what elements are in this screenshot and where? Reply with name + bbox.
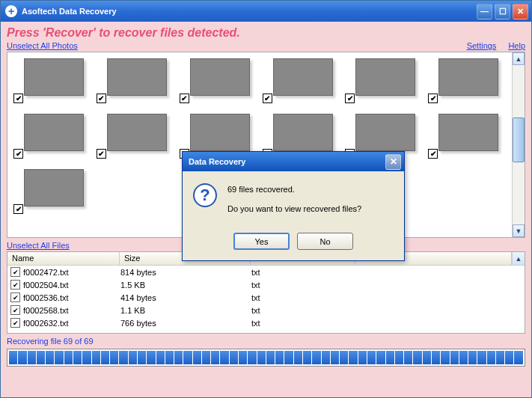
photo-checkbox[interactable] [97,149,106,159]
file-name: f0002536.txt [23,293,120,302]
scroll-thumb[interactable] [513,117,525,162]
photo-item[interactable] [97,58,171,103]
file-size: 814 bytes [120,268,251,277]
file-checkbox[interactable] [10,280,20,290]
scroll-track[interactable] [513,65,525,224]
photo-thumbnail [355,58,415,96]
settings-link[interactable]: Settings [467,41,497,50]
file-row[interactable]: f0002536.txt414 bytestxt [7,291,525,304]
file-size: 414 bytes [120,293,251,302]
photo-item[interactable] [13,58,88,103]
file-size: 766 bytes [120,319,251,328]
file-name: f0002504.txt [23,281,120,290]
file-checkbox[interactable] [10,293,20,302]
dialog-close-button[interactable]: ✕ [385,154,401,170]
dialog-message-1: 69 files recovered. [227,183,361,195]
file-size: 1.1 KB [120,306,251,315]
photo-thumbnail [107,58,167,96]
file-ext: txt [251,319,356,328]
file-name: f0002472.txt [23,268,120,277]
help-link[interactable]: Help [508,41,525,50]
photo-checkbox[interactable] [13,149,23,159]
photo-checkbox[interactable] [13,204,23,214]
file-checkbox[interactable] [10,267,20,277]
question-icon: ? [193,183,217,207]
file-row[interactable]: f0002504.txt1.5 KBtxt [7,278,525,291]
instruction-text: Press 'Recover' to recover files detecte… [7,26,525,40]
file-name: f0002632.txt [23,319,120,328]
photo-thumbnail [273,58,333,96]
photo-thumbnail [190,114,250,151]
yes-button[interactable]: Yes [233,233,290,250]
photo-item[interactable] [180,58,254,103]
file-ext: txt [251,306,356,315]
photo-thumbnail [438,114,498,151]
app-icon: + [5,5,17,17]
photo-item[interactable] [428,114,503,159]
photo-thumbnail [24,114,84,151]
scroll-up-icon[interactable]: ▲ [513,52,525,65]
status-text: Recovering file 69 of 69 [7,337,525,346]
photo-checkbox[interactable] [97,94,106,103]
app-window: + Asoftech Data Recovery — ☐ ✕ Press 'Re… [0,0,532,398]
file-row[interactable]: f0002632.txt766 bytestxt [7,316,525,329]
file-ext: txt [251,293,356,302]
photo-item[interactable] [345,58,420,103]
column-name[interactable]: Name [7,252,120,265]
unselect-all-photos-link[interactable]: Unselect All Photos [7,41,78,50]
window-title: Asoftech Data Recovery [22,7,477,16]
photo-item[interactable] [13,169,88,214]
recovery-dialog: Data Recovery ✕ ? 69 files recovered. Do… [182,151,405,261]
file-ext: txt [251,268,356,277]
dialog-titlebar: Data Recovery ✕ [183,152,404,171]
unselect-all-files-link[interactable]: Unselect All Files [7,241,70,250]
photo-thumbnail [190,58,250,96]
photo-item[interactable] [263,58,337,103]
photo-checkbox[interactable] [428,149,438,159]
photo-thumbnail [107,114,167,151]
scroll-up-icon[interactable]: ▲ [512,252,525,265]
file-row[interactable]: f0002568.txt1.1 KBtxt [7,304,525,316]
maximize-button[interactable]: ☐ [495,4,510,19]
progress-bar [7,349,525,367]
photo-thumbnail [355,114,415,151]
close-button[interactable]: ✕ [513,4,528,19]
file-ext: txt [251,281,356,290]
minimize-button[interactable]: — [477,4,492,19]
file-row[interactable]: f0002472.txt814 bytestxt [7,266,525,278]
scroll-down-icon[interactable]: ▼ [513,224,525,237]
photo-checkbox[interactable] [180,94,189,103]
file-size: 1.5 KB [120,281,251,290]
photo-item[interactable] [428,58,503,103]
dialog-title: Data Recovery [189,157,385,166]
photo-checkbox[interactable] [13,94,23,103]
photo-thumbnail [24,58,84,96]
photo-checkbox[interactable] [428,94,438,103]
file-checkbox[interactable] [10,305,20,315]
no-button[interactable]: No [297,233,353,250]
titlebar: + Asoftech Data Recovery — ☐ ✕ [1,1,531,22]
file-panel: Name Size Extension ▲ f0002472.txt814 by… [7,251,525,334]
photo-scrollbar[interactable]: ▲ ▼ [512,52,525,237]
dialog-message-2: Do you want to view recovered files? [227,203,361,215]
photo-thumbnail [24,169,84,206]
photo-thumbnail [438,58,498,96]
photo-item[interactable] [13,114,88,159]
photo-thumbnail [273,114,333,151]
file-checkbox[interactable] [10,318,20,328]
photo-checkbox[interactable] [263,94,272,103]
photo-item[interactable] [97,114,171,159]
photo-checkbox[interactable] [345,94,355,103]
file-name: f0002568.txt [23,306,120,315]
